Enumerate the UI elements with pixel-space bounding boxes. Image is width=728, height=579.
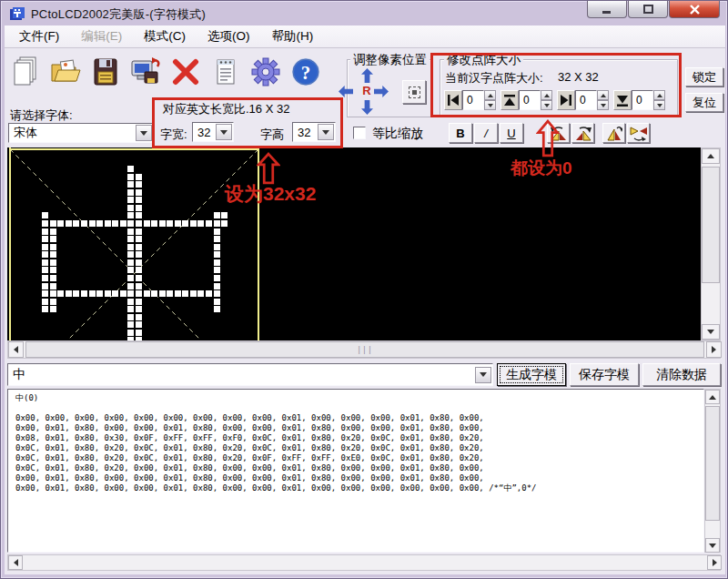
pixel-dot [66,290,72,297]
pixel-dot [42,212,48,218]
app-icon [10,7,25,22]
settings-button[interactable] [247,52,285,92]
rotate-right-button[interactable] [571,123,594,143]
flip-vertical-icon [606,126,622,141]
pixel-dot [206,220,212,227]
right-edge-spinner: 0 [557,90,609,110]
scroll-left-button[interactable] [8,341,24,358]
output-hscrollbar[interactable] [7,554,721,571]
scroll-down-button[interactable] [702,324,720,340]
save-floppy-icon [93,57,118,86]
pixel-dot [214,212,220,218]
char-height-combobox[interactable]: 32 [292,122,336,142]
spin-down-button[interactable] [484,100,496,110]
char-height-dropdown[interactable] [318,124,334,140]
menu-file[interactable]: 文件(F) [8,25,70,47]
minimize-button[interactable] [587,1,627,18]
reset-position-button[interactable]: R [360,84,373,97]
spin-down-button[interactable] [541,100,552,110]
vscroll-thumb[interactable] [702,167,720,283]
spin-up-button[interactable] [484,90,496,100]
maximize-button[interactable] [628,1,668,18]
scroll-up-button[interactable] [702,148,720,164]
char-combobox[interactable]: 中 [7,363,493,386]
font-dropdown-button[interactable] [136,125,152,141]
font-combobox[interactable]: 宋体 [8,123,154,143]
pixel-dot [81,220,87,227]
menu-options[interactable]: 选项(O) [197,25,261,47]
right-edge-value[interactable]: 0 [575,90,597,110]
left-edge-button[interactable] [444,90,462,110]
vscroll-thumb[interactable] [705,406,720,521]
hex-output-area[interactable]: 中(0) 0x00, 0x00, 0x00, 0x00, 0x00, 0x00,… [7,389,704,553]
bottom-edge-value[interactable]: 0 [632,90,653,110]
pixel-dot [167,290,173,297]
generate-button[interactable]: 生成字模 [497,363,566,386]
menu-help[interactable]: 帮助(H) [261,25,325,47]
char-height-value: 32 [293,126,318,139]
hscroll-thumb[interactable]: ||| [25,341,704,358]
scroll-right-button[interactable] [706,341,722,358]
clear-data-button[interactable]: 清除数据 [642,363,721,386]
pixel-dot [175,290,181,297]
bold-button[interactable]: B [449,123,472,143]
menu-mode[interactable]: 模式(C) [133,25,197,47]
spin-up-button[interactable] [541,90,552,100]
close-button[interactable] [669,1,720,18]
canvas-vscrollbar[interactable] [701,147,721,340]
spin-up-button[interactable] [597,90,609,100]
toolbar: ? [6,52,325,92]
flip-horizontal-button[interactable] [627,123,650,143]
top-edge-button[interactable] [500,90,519,110]
center-box-icon [409,86,420,98]
char-width-dropdown[interactable] [216,124,232,140]
scroll-down-button[interactable] [705,538,720,553]
spin-down-button[interactable] [653,100,665,110]
left-edge-value[interactable]: 0 [462,90,484,110]
pixel-dot [81,290,87,297]
delete-x-icon [172,58,199,86]
open-file-button[interactable] [46,52,85,92]
save-font-button[interactable]: 保存字模 [570,363,639,386]
pixel-dot [151,290,157,297]
pixel-dot [127,212,134,218]
lock-button[interactable]: 锁定 [685,67,723,86]
pixel-dot [127,229,134,235]
scroll-up-button[interactable] [705,390,720,404]
scale-checkbox[interactable] [353,127,366,139]
center-glyph-button[interactable] [402,80,426,104]
italic-button[interactable]: / [474,123,498,143]
underline-button[interactable]: U [500,123,523,143]
export-button[interactable] [126,52,165,92]
char-width-combobox[interactable]: 32 [192,122,234,142]
delete-button[interactable] [167,52,205,92]
pixel-dot [136,321,142,328]
pixel-dot [50,220,56,227]
output-vscrollbar[interactable] [704,389,721,553]
pixel-dot [214,275,220,281]
flip-vertical-button[interactable] [602,123,625,143]
pixel-dot [136,189,142,196]
save-button[interactable] [86,52,125,92]
right-edge-button[interactable] [557,90,575,110]
pixel-dot [127,220,134,227]
notes-button[interactable] [207,52,245,92]
char-dropdown-button[interactable] [475,367,491,383]
pixel-dot [127,283,134,290]
spin-up-button[interactable] [653,90,665,100]
pixel-dot [50,299,56,305]
pixel-dot [89,220,96,227]
pixel-dot [73,290,79,297]
help-button[interactable]: ? [287,52,325,92]
menu-edit[interactable]: 编辑(E) [70,25,133,47]
pixel-dot [214,251,220,258]
scroll-right-button[interactable] [707,555,722,570]
reset-button[interactable]: 复位 [685,93,723,112]
spin-down-button[interactable] [597,100,609,110]
top-edge-value[interactable]: 0 [519,90,541,110]
dot-matrix-canvas[interactable] [7,147,701,340]
scroll-left-button[interactable] [8,555,23,570]
canvas-hscrollbar[interactable]: ||| [7,340,721,359]
new-file-button[interactable] [6,52,45,92]
bottom-edge-button[interactable] [613,90,632,110]
